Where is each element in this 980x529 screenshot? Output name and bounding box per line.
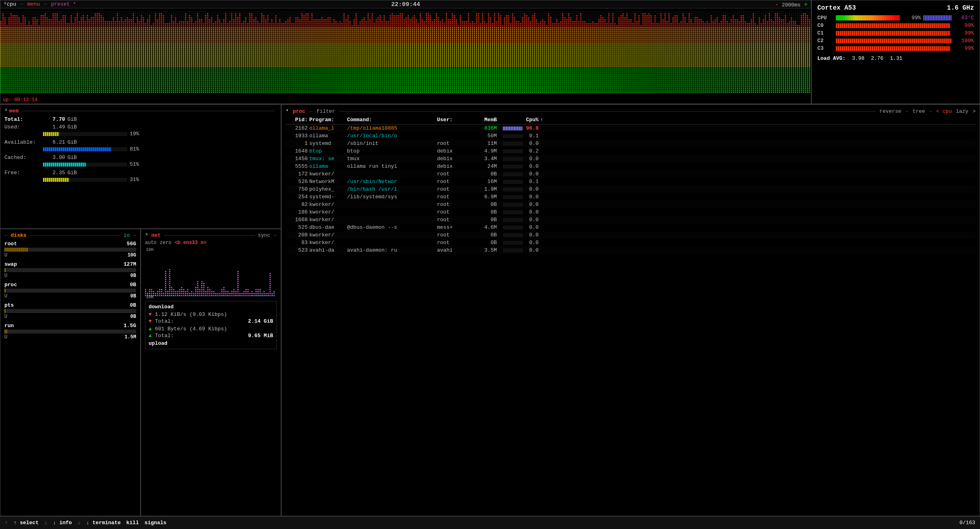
proc-row[interactable]: 186kworker/root0B0.0 [286,208,976,216]
sort-arrow-label[interactable]: > [972,108,976,114]
signals-label[interactable]: signals [145,520,167,526]
core-label-c1: C1 [817,30,833,36]
mem-panel-name: mem [9,108,18,114]
cpu-temp-label: 63°C [954,15,974,21]
net-panel-num: ³ [145,232,148,238]
proc-row[interactable]: 1933ollama/usr/local/bin/o50M0.1 [286,132,976,140]
cpu-tab-label[interactable]: ¹cpu [4,1,16,7]
core-bar-row-c0: C099% [817,22,974,28]
status-bar: ↑ ↑ select ↓ ↓ info ↓ ↓ terminate kill s… [0,516,980,529]
disk-row-root: root56GU 10G [4,241,136,258]
disk-row-swap: swap127MU 0B [4,261,136,279]
proc-header-row: Pid: Program: Command: User: MemB Cpu% ↑ [286,117,976,124]
proc-row[interactable]: 525dbus-dae@dbus-daemon --smess+4.6M0.0 [286,224,976,231]
mem-panel-num: ² [4,108,8,114]
proc-panel: ⁴ proc ─ filter reverse ─ tree ─ < cpu l… [281,104,980,516]
core-pct-c1: 99% [954,30,974,36]
proc-row[interactable]: 254systemd-/lib/systemd/sysroot6.9M0.0 [286,193,976,201]
net-auto-label[interactable]: auto [145,240,157,246]
cpu-graph-canvas [0,10,811,94]
preset-tab-label[interactable]: preset * [51,1,76,7]
core-pct-c3: 99% [954,45,974,51]
proc-row[interactable]: 208kworker/root0B0.0 [286,231,976,239]
net-panel: ³ net sync ─ auto zero <b ens33 n> 10K 1… [141,229,281,516]
proc-row[interactable]: 83kworker/root0B0.0 [286,239,976,246]
menu-tab-label[interactable]: menu [27,1,40,7]
core-bar-row-c1: C199% [817,30,974,36]
cpu-sort-label[interactable]: < cpu [936,108,952,114]
core-bars-container: C099%C199%C2100%C399% [817,22,974,51]
mem-cached-bar [43,163,127,167]
filter-label[interactable]: filter [316,108,335,114]
cpu-info-panel: Cortex A53 1.6 GHz CPU 99% 63°C C099%C19… [811,0,980,104]
cpu-model-label: Cortex A53 [817,4,856,12]
tree-label[interactable]: tree [913,108,925,114]
speed-minus-button[interactable]: - [775,1,779,8]
clock-display: 22:09:44 [391,1,420,8]
proc-row[interactable]: 82kworker/root0B0.0 [286,201,976,208]
proc-row[interactable]: 750polyhex_/bin/bash /usr/lroot1.9M0.0 [286,185,976,193]
core-bar-c0 [836,23,951,28]
net-sync-label[interactable]: sync [258,232,270,238]
proc-row[interactable]: 2162ollama_l/tmp/ollama10885836M96.8 [286,124,976,132]
proc-row[interactable]: 523avahi-daavahi-daemon: ruavahi3.5M0.0 [286,246,976,254]
core-bar-c3 [836,46,951,51]
mem-panel: ² mem Total: 7.70 GiB Used: 1.49 GiB [0,104,281,229]
uptime-display: up: 00:13:14 [3,97,37,103]
proc-row[interactable]: 1648btopbtopdebix4.9M0.2 [286,147,976,155]
load-avg-label: Load AVG: [817,55,845,61]
info-label[interactable]: ↓ info [53,520,72,526]
core-pct-c0: 99% [954,22,974,28]
cpu-freq-label: 1.6 GHz [947,4,974,12]
proc-panel-name: proc [293,108,305,114]
proc-row[interactable]: 172kworker/root0B0.0 [286,170,976,178]
mem-used-row: Used: 1.49 GiB [4,124,277,130]
mem-total-row: Total: 7.70 GiB [4,116,277,122]
cpu-graph-panel: ¹cpu ─ menu ─ preset * 22:09:44 - 2000ms… [0,0,811,104]
net-iface-label[interactable]: <b ens33 n> [175,240,206,246]
mem-free-bar [43,178,127,182]
disk-row-proc: proc0BU 0B [4,282,136,299]
disks-panel-name: disks [11,232,27,238]
cpu-total-label: CPU [817,15,833,21]
core-label-c2: C2 [817,38,833,44]
speed-plus-button[interactable]: + [804,1,808,8]
mem-available-bar [43,147,127,151]
disks-panel: ─ disks io ─ root56GU 10Gswap127MU 0Bpro… [0,229,141,516]
proc-panel-num: ⁴ [286,108,289,114]
io-label: io [124,232,130,238]
load-15min: 1.31 [890,55,902,61]
disk-rows-container: root56GU 10Gswap127MU 0Bproc0BU 0Bpts0BU… [4,241,136,340]
proc-row[interactable]: 1668kworker/root0B0.0 [286,216,976,224]
net-panel-name: net [151,232,161,238]
reverse-label[interactable]: reverse [880,108,902,114]
core-label-c0: C0 [817,22,833,28]
core-bar-row-c2: C2100% [817,38,974,44]
net-graph-area: 10K 10K [145,247,277,299]
disk-row-run: run1.5GU 1.5M [4,323,136,340]
kill-label[interactable]: kill [127,520,139,526]
core-bar-row-c3: C399% [817,45,974,51]
select-label[interactable]: ↑ select [14,520,39,526]
proc-row[interactable]: 5555ollamaollama run tinyldebix24M0.0 [286,163,976,170]
net-graph-canvas [145,253,277,297]
load-5min: 2.76 [871,55,883,61]
proc-row[interactable]: 1450tmux: setmuxdebix3.4M0.0 [286,155,976,163]
terminate-label[interactable]: ↓ terminate [86,520,121,526]
cpu-total-pct: 99% [903,15,921,21]
net-info-box: download ▼ 1.12 KiB/s (9.03 Kibps) ▼ Tot… [145,301,277,349]
speed-display: 2000ms [782,2,801,8]
disk-row-pts: pts0BU 0B [4,302,136,319]
net-zero-label[interactable]: zero [160,240,172,246]
load-1min: 3.98 [852,55,864,61]
mem-used-bar [43,132,127,136]
proc-row[interactable]: 1systemd/sbin/initroot11M0.0 [286,140,976,147]
lazy-label[interactable]: lazy [956,108,968,114]
core-label-c3: C3 [817,45,833,51]
core-bar-c1 [836,31,951,36]
cpu-total-bar [836,15,900,20]
core-bar-c2 [836,39,951,43]
proc-count: 0/163 [960,520,975,526]
proc-row[interactable]: 526NetworkM/usr/sbin/Networroot16M0.1 [286,178,976,185]
proc-rows-container: 2162ollama_l/tmp/ollama10885836M96.81933… [286,124,976,254]
